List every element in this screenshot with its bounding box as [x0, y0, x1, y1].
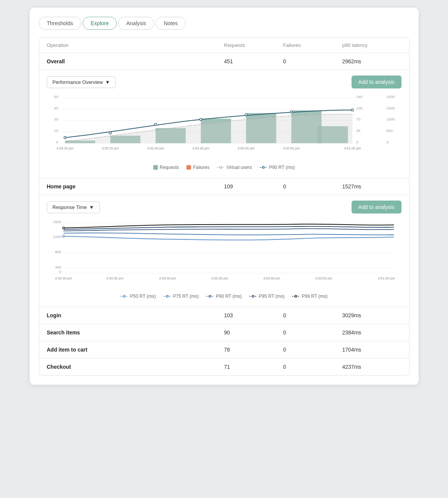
homepage-chart-svg: 1600 1200 800 400 0	[47, 217, 401, 289]
svg-text:4:50:35 pm: 4:50:35 pm	[101, 146, 118, 150]
homepage-failures: 0	[283, 183, 342, 190]
svg-text:45: 45	[54, 106, 58, 110]
legend-p90: P90 RT (ms)	[206, 294, 242, 299]
legend-p90-rt: P90 RT (ms)	[260, 165, 295, 170]
checkout-failures: 0	[283, 364, 342, 370]
login-latency: 3029ms	[342, 312, 401, 318]
login-failures: 0	[283, 312, 342, 318]
svg-text:140: 140	[356, 95, 363, 99]
homepage-latency: 1527ms	[342, 183, 401, 190]
tab-bar: Thresholds Explore Analysis Notes	[39, 17, 409, 30]
overall-requests: 451	[224, 58, 283, 64]
svg-text:105: 105	[356, 106, 363, 110]
add-item-failures: 0	[283, 347, 342, 353]
svg-point-42	[220, 167, 222, 169]
overall-label: Overall	[47, 58, 224, 64]
chevron-down-icon: ▼	[105, 79, 110, 85]
add-item-requests: 78	[224, 347, 283, 353]
svg-text:30: 30	[54, 117, 58, 121]
legend-requests: Requests	[153, 165, 179, 170]
svg-text:800: 800	[55, 250, 61, 254]
svg-point-67	[166, 296, 168, 297]
svg-text:4:51:00 pm: 4:51:00 pm	[378, 276, 395, 280]
homepage-chart-legend: P50 RT (ms) P75 RT (ms)	[47, 294, 401, 299]
table-header: Operation Requests Failures p90 latency	[39, 38, 409, 53]
checkout-latency: 4237ms	[342, 364, 401, 370]
row-overall: Overall 451 0 2962ms	[39, 53, 409, 70]
chevron-down-icon: ▼	[89, 204, 94, 210]
page-container: Thresholds Explore Analysis Notes Operat…	[30, 8, 419, 385]
overall-chart-legend: Requests Failures Virtual users	[47, 165, 401, 170]
svg-text:4:50:45 pm: 4:50:45 pm	[211, 276, 228, 280]
svg-point-55	[63, 227, 64, 229]
svg-text:4:50:45 pm: 4:50:45 pm	[192, 146, 209, 150]
row-login: Login 103 0 3029ms	[39, 307, 409, 324]
overall-add-to-analysis-button[interactable]: Add to analysis	[352, 76, 401, 88]
col-latency: p90 latency	[342, 42, 401, 48]
homepage-label: Home page	[47, 183, 224, 190]
svg-text:0: 0	[56, 140, 58, 144]
checkout-label: Checkout	[47, 364, 224, 370]
col-failures: Failures	[283, 42, 342, 48]
svg-text:35: 35	[356, 129, 360, 133]
overall-chart-section: Performance Overview ▼ Add to analysis 6…	[39, 70, 409, 178]
svg-text:4:50:40 pm: 4:50:40 pm	[159, 276, 176, 280]
svg-text:0: 0	[59, 270, 61, 274]
svg-text:4:50:50 pm: 4:50:50 pm	[238, 146, 254, 150]
legend-p99: P99 RT (ms)	[292, 294, 328, 299]
main-card: Operation Requests Failures p90 latency …	[39, 37, 409, 376]
tab-thresholds[interactable]: Thresholds	[39, 17, 81, 30]
svg-text:4:50:30 pm: 4:50:30 pm	[56, 146, 73, 150]
svg-text:4:50:50 pm: 4:50:50 pm	[263, 276, 280, 280]
login-label: Login	[47, 312, 224, 318]
legend-p75: P75 RT (ms)	[164, 294, 199, 299]
login-requests: 103	[224, 312, 283, 318]
legend-p95: P95 RT (ms)	[249, 294, 285, 299]
tab-analysis[interactable]: Analysis	[118, 17, 154, 30]
svg-text:4:50:40 pm: 4:50:40 pm	[147, 146, 164, 150]
svg-text:1600: 1600	[53, 220, 61, 224]
legend-failures: Failures	[186, 165, 209, 170]
tab-notes[interactable]: Notes	[156, 17, 186, 30]
tab-explore[interactable]: Explore	[83, 17, 117, 30]
svg-text:0: 0	[386, 140, 389, 144]
svg-point-27	[64, 137, 66, 139]
svg-text:15: 15	[54, 129, 58, 133]
overall-chart-svg: 60 45 30 15 0 140 105 70 35 0 3200 2400 …	[47, 92, 401, 160]
legend-p50: P50 RT (ms)	[120, 294, 156, 299]
svg-text:3200: 3200	[386, 95, 395, 99]
row-search-items: Search items 90 0 2384ms	[39, 324, 409, 341]
svg-text:70: 70	[356, 117, 360, 121]
svg-point-28	[109, 132, 111, 134]
svg-point-32	[290, 111, 292, 113]
svg-point-56	[63, 235, 64, 237]
checkout-requests: 71	[224, 364, 283, 370]
response-time-dropdown[interactable]: Response Time ▼	[47, 201, 100, 213]
legend-virtual-users: Virtual users	[217, 165, 252, 170]
homepage-chart-controls: Response Time ▼ Add to analysis	[47, 195, 401, 217]
homepage-chart-section: Response Time ▼ Add to analysis 1600 120…	[39, 195, 409, 307]
svg-text:0: 0	[356, 140, 358, 144]
svg-point-65	[124, 296, 125, 297]
performance-overview-dropdown[interactable]: Performance Overview ▼	[47, 76, 116, 88]
svg-text:400: 400	[55, 265, 61, 269]
svg-text:4:50:30 pm: 4:50:30 pm	[55, 276, 72, 280]
overall-failures: 0	[283, 58, 342, 64]
svg-point-33	[351, 109, 353, 111]
svg-text:4:51:00 pm: 4:51:00 pm	[344, 146, 361, 150]
svg-point-30	[199, 118, 202, 120]
search-items-failures: 0	[283, 329, 342, 336]
homepage-add-to-analysis-button[interactable]: Add to analysis	[352, 201, 401, 214]
svg-point-29	[154, 123, 156, 125]
svg-point-73	[295, 296, 297, 297]
svg-text:2400: 2400	[386, 106, 395, 110]
add-item-latency: 1704ms	[342, 347, 401, 353]
search-items-label: Search items	[47, 329, 224, 336]
overall-chart-controls: Performance Overview ▼ Add to analysis	[47, 70, 401, 92]
overall-chart: 60 45 30 15 0 140 105 70 35 0 3200 2400 …	[47, 92, 401, 170]
add-item-label: Add item to cart	[47, 347, 224, 353]
svg-text:800: 800	[386, 129, 393, 133]
svg-text:4:50:55 pm: 4:50:55 pm	[283, 146, 299, 150]
svg-point-71	[252, 296, 254, 297]
svg-point-69	[209, 296, 211, 297]
